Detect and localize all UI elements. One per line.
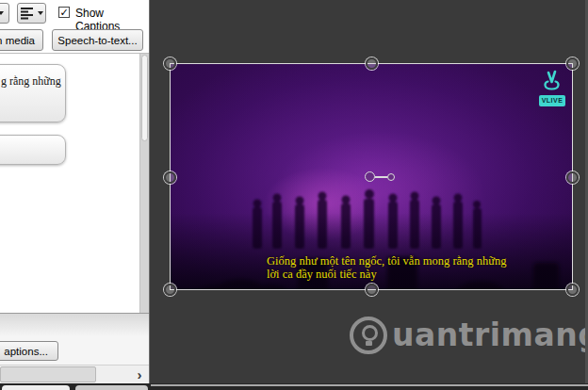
- resize-handle-bottom-center[interactable]: [366, 284, 378, 296]
- speech-to-text-button[interactable]: Speech-to-text...: [52, 29, 143, 51]
- checkmark-icon: ✓: [59, 7, 68, 18]
- horizontal-scrollbar-thumb[interactable]: [0, 366, 96, 382]
- chevron-right-icon: ›: [138, 366, 142, 382]
- toolbar-separator: [0, 53, 149, 54]
- text-align-dropdown-button[interactable]: [17, 3, 46, 24]
- captions-panel-footer: aptions...: [0, 313, 149, 365]
- preview-canvas: VLIVE Giống như một tên ngốc, tôi vẫn mo…: [149, 0, 588, 383]
- quantrimang-watermark: uantrimang: [350, 317, 588, 354]
- resize-handle-top-right[interactable]: [566, 57, 579, 70]
- captions-editor-window: ✓ Show Captions on media Speech-to-text.…: [0, 0, 588, 390]
- rotation-handle-line: [375, 176, 387, 178]
- timeline-top-strip: [0, 383, 588, 390]
- resize-handle-bottom-left[interactable]: [164, 284, 176, 296]
- align-left-icon: [21, 8, 34, 20]
- caption-entry-2[interactable]: [0, 135, 66, 165]
- media-button-label: on media: [0, 35, 35, 46]
- chevron-down-icon: [0, 11, 4, 15]
- caption-entry-text: g rằng những: [1, 74, 61, 89]
- captions-button-label: aptions...: [4, 346, 48, 357]
- resize-handle-middle-right[interactable]: [566, 171, 579, 184]
- sync-captions-on-media-button[interactable]: on media: [0, 29, 43, 51]
- rotation-handle[interactable]: [387, 173, 395, 181]
- captions-panel: ✓ Show Captions on media Speech-to-text.…: [0, 0, 149, 383]
- watermark-text: uantrimang: [392, 317, 588, 354]
- caption-entry-1[interactable]: g rằng những: [0, 64, 66, 122]
- speech-to-text-label: Speech-to-text...: [57, 35, 137, 46]
- resize-handle-top-center[interactable]: [366, 57, 378, 70]
- timeline-tab: [75, 385, 148, 390]
- timeline-tab: [2, 385, 70, 390]
- show-captions-checkbox[interactable]: ✓: [58, 7, 70, 18]
- format-dropdown-button[interactable]: [0, 3, 9, 24]
- center-anchor-handle[interactable]: [365, 171, 375, 182]
- timeline-edge-line: [151, 384, 588, 386]
- lightbulb-icon: [350, 317, 387, 354]
- resize-handle-top-left[interactable]: [164, 57, 176, 70]
- vertical-scrollbar-thumb[interactable]: [141, 55, 148, 141]
- resize-handle-middle-left[interactable]: [164, 171, 176, 184]
- scroll-right-button[interactable]: ›: [131, 366, 148, 383]
- resize-handle-bottom-right[interactable]: [566, 284, 579, 296]
- clip-selection-outline: [170, 63, 573, 290]
- captions-horizontal-scrollbar[interactable]: ›: [0, 365, 149, 383]
- export-captions-button[interactable]: aptions...: [0, 341, 58, 361]
- chevron-down-icon: [38, 11, 43, 15]
